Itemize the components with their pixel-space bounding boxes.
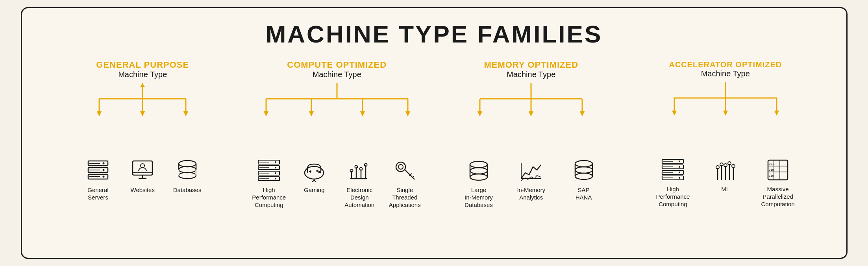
item-parallel: 101 010 110 MassiveParallelizedComputati… (754, 118, 801, 208)
hpc-server-icon-co (256, 158, 281, 183)
svg-point-108 (679, 161, 680, 162)
svg-point-56 (316, 170, 318, 172)
svg-point-49 (275, 161, 276, 163)
svg-marker-38 (309, 111, 314, 116)
family-memory-optimized: MEMORY OPTIMIZED Machine Type (434, 60, 629, 209)
family-name-ao: ACCELERATOR OPTIMIZED (669, 60, 782, 69)
family-compute-optimized: COMPUTE OPTIMIZED Machine Type (240, 60, 434, 209)
family-name-co: COMPUTE OPTIMIZED (287, 60, 387, 70)
large-db-icon (466, 158, 491, 183)
svg-point-52 (275, 178, 276, 179)
svg-point-28 (179, 166, 196, 173)
svg-point-80 (470, 161, 487, 168)
label-parallel: MassiveParallelizedComputation (761, 186, 795, 208)
family-accelerator-optimized: ACCELERATOR OPTIMIZED Machine Type (628, 60, 823, 208)
label-hpc-co: HighPerformanceComputing (252, 187, 286, 209)
svg-point-67 (396, 162, 405, 172)
parallel-icon: 101 010 110 (765, 157, 790, 183)
item-analytics: In-MemoryAnalytics (507, 118, 555, 209)
ml-icon (713, 157, 738, 183)
analytics-icon (518, 158, 544, 183)
svg-marker-39 (360, 111, 365, 116)
svg-point-90 (575, 173, 592, 179)
label-sap-hana: SAPHANA (576, 187, 592, 201)
svg-point-87 (575, 161, 592, 167)
svg-point-68 (398, 164, 403, 169)
sap-hana-icon (571, 158, 596, 183)
svg-point-111 (679, 177, 680, 179)
svg-point-110 (679, 172, 680, 173)
svg-point-109 (679, 166, 680, 168)
label-gaming: Gaming (304, 187, 325, 194)
diagram-container: MACHINE TYPE FAMILIES GENERAL PURPOSE Ma… (21, 7, 848, 259)
items-row-gp: GeneralServers (76, 118, 209, 201)
item-sap-hana: SAPHANA (560, 118, 607, 209)
item-eda: ElectronicDesignAutomation (338, 118, 381, 209)
family-header-ao: ACCELERATOR OPTIMIZED Machine Type (669, 60, 782, 78)
svg-text:110: 110 (769, 174, 774, 177)
svg-marker-5 (97, 111, 102, 116)
label-large-db: LargeIn-MemoryDatabases (465, 187, 493, 209)
family-header-gp: GENERAL PURPOSE Machine Type (96, 60, 189, 79)
family-name-gp: GENERAL PURPOSE (96, 60, 189, 70)
label-general-servers: GeneralServers (87, 187, 108, 201)
svg-point-14 (102, 176, 104, 178)
svg-marker-6 (140, 111, 145, 116)
item-general-servers: GeneralServers (78, 118, 118, 201)
label-hpc-ao: HighPerformanceComputing (656, 186, 690, 208)
item-gaming: Gaming (292, 118, 336, 209)
item-single-thread: SingleThreadedApplications (383, 118, 426, 209)
item-websites: Websites (123, 118, 162, 201)
item-large-db: LargeIn-MemoryDatabases (455, 118, 502, 209)
monitor-icon (130, 158, 155, 183)
family-header-co: COMPUTE OPTIMIZED Machine Type (287, 60, 387, 79)
svg-marker-8 (140, 83, 145, 87)
svg-point-13 (102, 169, 104, 171)
single-thread-icon (392, 158, 417, 183)
svg-marker-77 (477, 111, 482, 116)
svg-text:010: 010 (769, 168, 774, 172)
items-row-mo: LargeIn-MemoryDatabases (452, 118, 610, 209)
family-name-mo: MEMORY OPTIMIZED (484, 60, 578, 70)
item-ml: ML (702, 118, 749, 208)
svg-marker-99 (774, 111, 779, 116)
machine-type-ao: Machine Type (669, 69, 782, 78)
svg-marker-78 (529, 111, 533, 116)
machine-type-gp: Machine Type (96, 70, 189, 79)
families-row: GENERAL PURPOSE Machine Type (46, 60, 823, 209)
svg-marker-7 (183, 111, 188, 116)
family-header-mo: MEMORY OPTIMIZED Machine Type (484, 60, 578, 79)
svg-point-50 (275, 167, 276, 168)
family-general-purpose: GENERAL PURPOSE Machine Type (46, 60, 240, 201)
gamepad-icon (302, 158, 327, 183)
svg-marker-79 (580, 111, 585, 116)
svg-point-91 (575, 167, 592, 173)
items-row-co: HighPerformanceComputing (246, 118, 428, 209)
main-title: MACHINE TYPE FAMILIES (46, 20, 823, 48)
item-hpc-ao: HighPerformanceComputing (649, 118, 696, 208)
label-databases: Databases (173, 187, 202, 194)
svg-point-23 (141, 164, 144, 168)
label-in-memory-analytics: In-MemoryAnalytics (517, 187, 545, 201)
svg-marker-98 (723, 111, 728, 116)
database-icon (175, 158, 200, 183)
svg-point-12 (102, 163, 104, 164)
svg-marker-37 (264, 111, 268, 116)
item-hpc-co: HighPerformanceComputing (247, 118, 291, 209)
eda-icon (347, 158, 372, 183)
machine-type-co: Machine Type (287, 70, 387, 79)
svg-text:101: 101 (769, 163, 774, 166)
server-icon (85, 158, 111, 183)
item-databases: Databases (168, 118, 207, 201)
label-single-thread: SingleThreadedApplications (389, 187, 421, 209)
label-ml: ML (721, 186, 729, 193)
svg-point-51 (275, 172, 276, 174)
svg-point-27 (179, 172, 196, 179)
svg-point-83 (470, 174, 487, 180)
svg-point-84 (470, 168, 487, 174)
label-websites: Websites (131, 187, 155, 194)
svg-line-69 (405, 170, 415, 179)
items-row-ao: HighPerformanceComputing (647, 118, 804, 208)
svg-marker-40 (405, 111, 410, 116)
machine-type-mo: Machine Type (484, 70, 578, 79)
